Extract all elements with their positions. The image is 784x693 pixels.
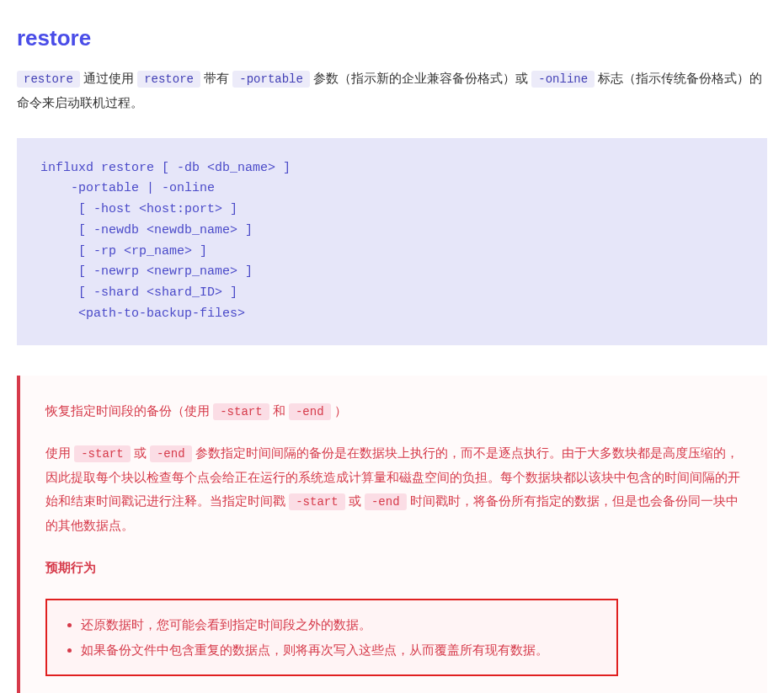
text: 或	[345, 493, 365, 508]
inline-code: restore	[17, 71, 80, 88]
list-item: 还原数据时，您可能会看到指定时间段之外的数据。	[81, 612, 601, 637]
text: 参数（指示新的企业兼容备份格式）或	[310, 71, 531, 85]
intro-paragraph: restore 通过使用 restore 带有 -portable 参数（指示新…	[17, 67, 767, 115]
text: 恢复指定时间段的备份（使用	[45, 403, 213, 418]
inline-code: -end	[150, 445, 192, 462]
inline-code: restore	[137, 71, 200, 88]
behavior-list: 还原数据时，您可能会看到指定时间段之外的数据。 如果备份文件中包含重复的数据点，…	[62, 612, 601, 663]
inline-code: -portable	[232, 71, 310, 88]
list-item: 如果备份文件中包含重复的数据点，则将再次写入这些点，从而覆盖所有现有数据。	[81, 637, 601, 663]
page-title: restore	[17, 25, 767, 51]
note-block: 恢复指定时间段的备份（使用 -start 和 -end ） 使用 -start …	[17, 376, 767, 693]
code-block: influxd restore [ -db <db_name> ] -porta…	[17, 138, 767, 345]
note-paragraph-2: 使用 -start 或 -end 参数指定时间间隔的备份是在数据块上执行的，而不…	[45, 441, 742, 537]
inline-code: -end	[289, 403, 331, 420]
text: 使用	[45, 445, 74, 460]
note-paragraph-1: 恢复指定时间段的备份（使用 -start 和 -end ）	[45, 399, 742, 424]
inline-code: -online	[531, 71, 595, 88]
text: 或	[131, 445, 150, 460]
text: 通过使用	[80, 71, 137, 85]
inline-code: -start	[74, 445, 130, 462]
highlighted-box: 还原数据时，您可能会看到指定时间段之外的数据。 如果备份文件中包含重复的数据点，…	[45, 599, 618, 676]
note-subheading: 预期行为	[45, 556, 742, 580]
text: 和	[269, 403, 289, 418]
text: ）	[331, 403, 347, 418]
inline-code: -start	[289, 493, 344, 510]
inline-code: -end	[365, 493, 407, 510]
inline-code: -start	[213, 403, 269, 420]
text: 带有	[200, 71, 232, 85]
